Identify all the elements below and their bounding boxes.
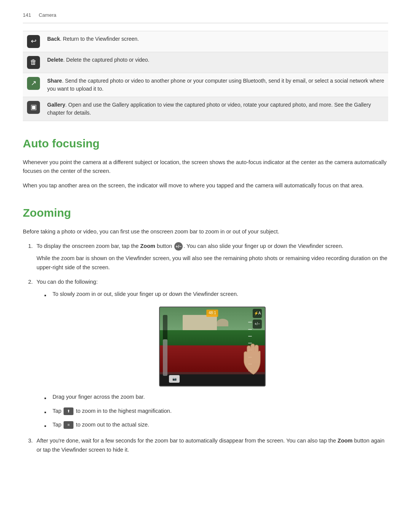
delete-label: Delete xyxy=(47,57,63,63)
camera-mode-icon: 📷 xyxy=(169,375,180,383)
zoom-indicator: 48:1 xyxy=(206,310,218,317)
table-row: ▣ Gallery. Open and use the Gallery appl… xyxy=(23,97,388,121)
table-row: ↩ Back. Return to the Viewfinder screen. xyxy=(23,31,388,52)
zooming-section: Zooming Before taking a photo or video, … xyxy=(23,204,388,455)
page-number: 141 xyxy=(23,11,31,19)
side-line xyxy=(248,329,252,330)
bullet-list: ▪ To slowly zoom in or out, slide your f… xyxy=(44,290,388,300)
bullet-item-2: ▪ Drag your finger across the zoom bar. xyxy=(44,393,388,403)
step1-text-pre: To display the onscreen zoom bar, tap th… xyxy=(37,243,343,249)
page-header: 141 Camera xyxy=(23,11,388,23)
zooming-intro: Before taking a photo or video, you can … xyxy=(23,227,388,236)
page-container: 141 Camera ↩ Back. Return to the Viewfin… xyxy=(0,0,411,483)
zooming-title: Zooming xyxy=(23,204,388,221)
zooming-steps: To display the onscreen zoom bar, tap th… xyxy=(34,242,388,455)
hand-gesture xyxy=(238,340,266,378)
zoom-bar-fill xyxy=(163,339,167,376)
bullet-marker-4: ▪ xyxy=(44,421,49,431)
gallery-icon-cell: ▣ xyxy=(25,101,42,114)
screenshot-dome xyxy=(217,319,228,326)
auto-focusing-para1: Whenever you point the camera at a diffe… xyxy=(23,158,388,176)
bullet-text-2: Drag your finger across the zoom bar. xyxy=(53,393,145,402)
back-text: Back. Return to the Viewfinder screen. xyxy=(47,35,386,43)
auto-focusing-title: Auto focusing xyxy=(23,135,388,152)
bullet-item-1: ▪ To slowly zoom in or out, slide your f… xyxy=(44,290,388,300)
share-icon: ↗ xyxy=(27,77,40,90)
zoom-out-icon: ≡ xyxy=(64,421,73,429)
back-icon: ↩ xyxy=(27,35,40,48)
bullet-marker-2: ▪ xyxy=(44,393,49,403)
screenshot-bottom-icons: 📷 xyxy=(169,375,180,383)
zooming-step-3: After you're done, wait for a few second… xyxy=(34,436,388,455)
share-icon-cell: ↗ xyxy=(25,77,42,90)
delete-icon-cell: 🗑 xyxy=(25,56,42,69)
step2-text: You can do the following: xyxy=(37,279,98,285)
step1-content: To display the onscreen zoom bar, tap th… xyxy=(37,242,388,272)
bullet-item-4: ▪ Tap ≡ to zoom out to the actual size. xyxy=(44,420,388,431)
delete-icon: 🗑 xyxy=(27,56,40,69)
zoom-plus-minus-icon: +/− xyxy=(253,320,262,329)
back-description: . Return to the Viewfinder screen. xyxy=(60,36,139,42)
gallery-label: Gallery xyxy=(47,102,65,108)
bullet-list-2: ▪ Drag your finger across the zoom bar. … xyxy=(44,393,388,431)
chapter-title: Camera xyxy=(39,11,56,19)
bullet-text-1: To slowly zoom in or out, slide your fin… xyxy=(53,290,238,299)
share-text: Share. Send the captured photo or video … xyxy=(47,77,386,93)
camera-screenshot: 48:1 xyxy=(159,307,266,387)
zoom-bold-2: Zoom xyxy=(338,438,352,444)
zooming-step-1: To display the onscreen zoom bar, tap th… xyxy=(34,242,388,272)
bullet-marker-3: ▪ xyxy=(44,407,49,417)
gallery-description: . Open and use the Gallery application t… xyxy=(47,102,371,116)
back-icon-cell: ↩ xyxy=(25,35,42,48)
bullet-item-3: ▪ Tap ⬆ to zoom in to the highest magnif… xyxy=(44,407,388,417)
screenshot-container: 48:1 xyxy=(37,307,388,387)
auto-focusing-section: Auto focusing Whenever you point the cam… xyxy=(23,135,388,191)
side-line xyxy=(248,322,252,323)
delete-text: Delete. Delete the captured photo or vid… xyxy=(47,56,386,64)
zoom-in-icon: ⬆ xyxy=(64,407,73,415)
delete-description: . Delete the captured photo or video. xyxy=(63,57,149,63)
table-row: 🗑 Delete. Delete the captured photo or v… xyxy=(23,52,388,73)
bullet-marker-1: ▪ xyxy=(44,291,49,300)
share-label: Share xyxy=(47,78,62,84)
bullet-text-3: Tap ⬆ to zoom in to the highest magnific… xyxy=(53,407,172,416)
side-line xyxy=(248,336,252,337)
back-label: Back xyxy=(47,36,60,42)
step3-text: After you're done, wait for a few second… xyxy=(37,438,384,453)
step3-content: After you're done, wait for a few second… xyxy=(37,436,388,455)
zoom-bar-visual xyxy=(163,315,167,376)
step2-content: You can do the following: ▪ To slowly zo… xyxy=(37,278,388,431)
step1-sub: While the zoom bar is shown on the Viewf… xyxy=(37,254,388,272)
icon-table: ↩ Back. Return to the Viewfinder screen.… xyxy=(23,31,388,121)
table-row: ↗ Share. Send the captured photo or vide… xyxy=(23,73,388,97)
zoom-button-icon: +/− xyxy=(174,242,183,251)
screenshot-top-icons: ⚡A +/− xyxy=(253,309,262,329)
gallery-text: Gallery. Open and use the Gallery applic… xyxy=(47,101,386,117)
share-description: . Send the captured photo or video to an… xyxy=(47,78,384,92)
gallery-icon: ▣ xyxy=(27,101,40,114)
zooming-step-2: You can do the following: ▪ To slowly zo… xyxy=(34,278,388,431)
flash-icon: ⚡A xyxy=(253,309,262,318)
bullet-text-4: Tap ≡ to zoom out to the actual size. xyxy=(53,420,149,430)
auto-focusing-para2: When you tap another area on the screen,… xyxy=(23,181,388,190)
zoom-bold-1: Zoom xyxy=(140,243,155,249)
